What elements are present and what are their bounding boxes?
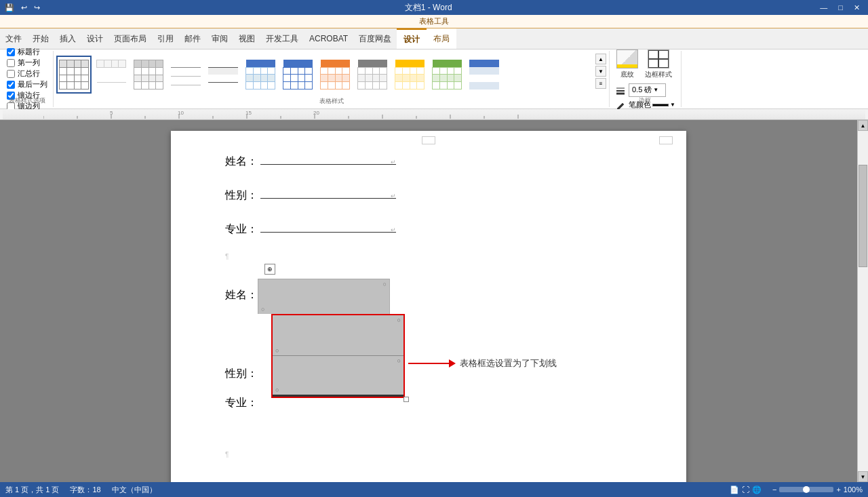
tab-baidu[interactable]: 百度网盘	[353, 28, 397, 49]
table-move-handle[interactable]: ⊕	[264, 264, 275, 275]
tab-references[interactable]: 引用	[152, 28, 179, 49]
tab-table-design[interactable]: 设计	[397, 28, 427, 49]
label-gender-upper: 性别：	[225, 188, 258, 203]
tab-developer[interactable]: 开发工具	[260, 28, 304, 49]
tab-file[interactable]: 文件	[0, 28, 27, 49]
tab-home[interactable]: 开始	[27, 28, 54, 49]
table-style-3[interactable]	[131, 56, 166, 94]
tab-layout-page[interactable]: 页面布局	[108, 28, 152, 49]
table-style-6[interactable]	[243, 56, 278, 94]
table-style-7[interactable]	[280, 56, 315, 94]
shading-button[interactable]: 底纹	[615, 48, 639, 81]
arrow-line	[408, 363, 449, 364]
status-bar: 第 1 页，共 1 页 字数：18 中文（中国） 📄 ⛶ 🌐 − + 100%	[0, 482, 868, 497]
zoom-thumb[interactable]	[803, 486, 810, 493]
table-row-1-bg: ○ ○	[258, 279, 390, 314]
form-row-name-upper: 姓名： ↵	[225, 151, 632, 169]
scroll-up-btn[interactable]: ▲	[858, 120, 868, 131]
tab-design-page[interactable]: 设计	[81, 28, 108, 49]
border-weight-row: 0.5 磅 ▼	[615, 83, 675, 97]
borders-group: 底纹 边框样式 0.5	[610, 51, 682, 107]
print-layout-btn[interactable]: 📄	[730, 485, 739, 494]
table-tools-header: 表格工具	[0, 15, 868, 28]
table-style-5[interactable]	[205, 56, 241, 94]
checkbox-last-col[interactable]: 最后一列	[7, 79, 47, 90]
tab-acrobat[interactable]: ACROBAT	[304, 28, 353, 49]
checkbox-first-col[interactable]: 第一列	[7, 58, 47, 68]
table-style-2[interactable]	[94, 56, 129, 94]
checkbox-last-col-input[interactable]	[7, 81, 15, 89]
maximize-btn[interactable]: □	[833, 3, 848, 12]
checkbox-total-row[interactable]: 汇总行	[7, 68, 47, 79]
underline-gender-upper: ↵	[260, 185, 396, 199]
border-weight-icon	[615, 85, 626, 96]
horizontal-ruler: 5 10 15 20	[0, 109, 868, 120]
form-row-major-upper: 专业： ↵	[225, 219, 632, 237]
checkbox-header-row-input[interactable]	[7, 48, 15, 56]
tab-view[interactable]: 视图	[233, 28, 260, 49]
cell-marker-gender-l: ○	[275, 347, 279, 354]
zoom-out-btn[interactable]: −	[772, 485, 776, 494]
scroll-down-btn[interactable]: ▼	[858, 471, 868, 482]
zoom-controls: − + 100%	[772, 485, 863, 494]
document-area: 姓名： ↵ 性别： ↵ 专业： ↵	[0, 120, 857, 482]
table-style-10[interactable]	[392, 56, 427, 94]
label-total-row: 汇总行	[18, 68, 40, 79]
label-major-lower: 专业：	[225, 384, 258, 410]
shading-icon	[616, 49, 638, 68]
group-label-borders: 边框	[610, 96, 681, 105]
label-last-col: 最后一列	[18, 79, 47, 90]
zoom-slider[interactable]	[779, 487, 833, 492]
table-style-12[interactable]	[467, 56, 502, 94]
borders-style-button[interactable]: 边框样式	[644, 48, 673, 81]
marker-name-upper: ↵	[391, 159, 396, 165]
checkbox-total-row-input[interactable]	[7, 70, 15, 78]
border-cell-3	[648, 59, 658, 68]
table-style-8[interactable]	[317, 56, 353, 94]
close-btn[interactable]: ✕	[848, 3, 865, 12]
tab-mailings[interactable]: 邮件	[179, 28, 206, 49]
minimize-btn[interactable]: —	[814, 3, 833, 12]
svg-text:10: 10	[178, 110, 184, 116]
tab-insert[interactable]: 插入	[54, 28, 81, 49]
checkbox-first-col-input[interactable]	[7, 59, 15, 67]
checkbox-header-row[interactable]: 标题行	[7, 47, 47, 57]
table-style-4[interactable]	[168, 56, 203, 94]
marker-gender-upper: ↵	[391, 193, 396, 199]
annotation-container: 表格框选设置为了下划线	[408, 357, 557, 370]
zoom-in-btn[interactable]: +	[836, 485, 840, 494]
table-style-11[interactable]	[429, 56, 465, 94]
borders-icon	[648, 49, 669, 68]
upper-form-section: 姓名： ↵ 性别： ↵ 专业： ↵	[225, 151, 632, 237]
table-style-9[interactable]	[355, 56, 390, 94]
shading-label: 底纹	[620, 70, 634, 79]
border-weight-display[interactable]: 0.5 磅 ▼	[629, 83, 666, 97]
tab-table-layout[interactable]: 布局	[427, 28, 456, 49]
full-screen-btn[interactable]: ⛶	[742, 485, 749, 494]
red-bordered-table-container: ○ ○ ○ ○	[271, 314, 405, 398]
table-style-1[interactable]	[56, 56, 92, 94]
redo-btn[interactable]: ↪	[32, 3, 42, 12]
page-marker-top-right	[659, 136, 673, 144]
table-resize-handle[interactable]	[403, 397, 409, 402]
vertical-scrollbar[interactable]: ▲ ▼	[857, 120, 868, 482]
tab-review[interactable]: 审阅	[206, 28, 233, 49]
cell-marker-tr: ○	[383, 281, 387, 287]
annotation-arrow	[408, 359, 456, 367]
cell-marker-bl: ○	[261, 306, 264, 313]
app-wrapper: 💾 ↩ ↪ 文档1 - Word — □ ✕ 表格工具 文件 开始 插入 设计 …	[0, 0, 868, 497]
gallery-scroll-up[interactable]: ▲	[595, 54, 606, 64]
border-cell-2	[658, 50, 669, 59]
web-layout-btn[interactable]: 🌐	[752, 485, 762, 494]
word-count: 字数：18	[70, 485, 100, 495]
scroll-thumb[interactable]	[859, 165, 867, 267]
shading-borders-row: 底纹 边框样式	[615, 48, 675, 81]
undo-btn[interactable]: ↩	[19, 3, 29, 12]
zoom-level: 100%	[844, 485, 863, 494]
gallery-scroll-down[interactable]: ▼	[595, 66, 606, 77]
label-name-lower: 姓名：	[225, 276, 258, 302]
main-content: 姓名： ↵ 性别： ↵ 专业： ↵	[0, 120, 868, 482]
table-cell-gender: ○ ○	[273, 315, 403, 356]
save-btn[interactable]: 💾	[3, 3, 16, 12]
gallery-more[interactable]: ≡	[595, 78, 606, 89]
